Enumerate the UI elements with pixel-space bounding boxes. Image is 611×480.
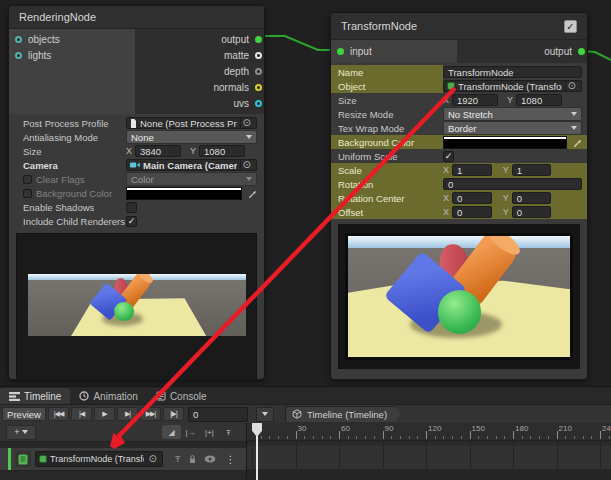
uniform-scale-row: Uniform Scale ✓ bbox=[331, 149, 587, 163]
chevron-down-icon bbox=[262, 412, 268, 416]
y-label: Y bbox=[503, 207, 509, 217]
port-normals[interactable]: normals bbox=[136, 79, 264, 95]
object-picker-icon[interactable]: ⊙ bbox=[240, 160, 253, 170]
preview-shapes bbox=[390, 236, 530, 357]
rotation-center-x-field[interactable]: 0 bbox=[452, 192, 492, 204]
track-header[interactable]: TransformNode (Transform ⊙ Ŧ ⋮ bbox=[0, 447, 246, 471]
camera-field[interactable]: Main Camera (Camera) ⊙ bbox=[126, 159, 257, 171]
port-uvs[interactable]: uvs bbox=[136, 95, 264, 111]
current-frame-field[interactable]: 0 bbox=[188, 407, 248, 422]
port-dot-input[interactable] bbox=[337, 48, 344, 55]
background-color-override-checkbox[interactable] bbox=[23, 189, 32, 198]
object-label: Object bbox=[331, 79, 443, 93]
markers-toggle[interactable]: Ŧ bbox=[219, 425, 238, 439]
eye-icon[interactable] bbox=[204, 455, 216, 463]
clear-flags-override-checkbox[interactable] bbox=[23, 175, 32, 184]
transform-node-enabled-checkbox[interactable]: ✓ bbox=[564, 20, 577, 33]
offset-x-field[interactable]: 0 bbox=[452, 206, 492, 218]
previous-frame-button[interactable]: |◀ bbox=[71, 407, 92, 421]
port-dot-output[interactable] bbox=[578, 48, 585, 55]
port-dot-lights[interactable] bbox=[15, 52, 22, 59]
track-binding-field[interactable]: TransformNode (Transform ⊙ bbox=[35, 451, 163, 467]
post-process-profile-label: Post Process Profile bbox=[9, 118, 126, 129]
enable-shadows-checkbox[interactable] bbox=[126, 202, 137, 213]
go-to-start-button[interactable]: |◀◀ bbox=[48, 407, 69, 421]
rendering-node-header[interactable]: RenderingNode bbox=[9, 6, 264, 29]
transform-node-header[interactable]: TransformNode ✓ bbox=[331, 13, 587, 40]
tab-timeline[interactable]: Timeline bbox=[0, 388, 70, 404]
transform-node[interactable]: TransformNode ✓ input output Name bbox=[330, 12, 588, 380]
next-frame-button[interactable]: ▶| bbox=[117, 407, 138, 421]
port-dot-matte[interactable] bbox=[255, 52, 262, 59]
port-depth[interactable]: depth bbox=[136, 63, 264, 79]
background-color-swatch[interactable] bbox=[443, 136, 567, 149]
ruler-minor-tick bbox=[504, 436, 505, 439]
frame-options-dropdown[interactable] bbox=[256, 407, 274, 422]
include-child-renderers-checkbox[interactable]: ✓ bbox=[126, 216, 137, 227]
tex-wrap-mode-label: Tex Wrap Mode bbox=[331, 121, 443, 135]
rotation-row: Rotation 0 bbox=[331, 177, 587, 191]
size-x-field[interactable]: 3840 bbox=[135, 145, 181, 157]
mix-mode-button[interactable]: |→ bbox=[181, 425, 200, 439]
object-picker-icon[interactable]: ⊙ bbox=[240, 118, 253, 128]
play-range-button[interactable]: [▶] bbox=[163, 407, 184, 421]
uniform-scale-checkbox[interactable]: ✓ bbox=[443, 151, 454, 162]
port-input[interactable]: input bbox=[331, 43, 457, 59]
track-menu-button[interactable]: ⋮ bbox=[226, 454, 236, 465]
curves-view-toggle[interactable]: ◢ bbox=[162, 425, 181, 439]
port-dot-depth[interactable] bbox=[255, 68, 262, 75]
ruler-minor-tick bbox=[496, 436, 497, 439]
preview-shapes bbox=[93, 274, 156, 336]
preview-toggle-button[interactable]: Preview bbox=[2, 407, 46, 421]
port-matte[interactable]: matte bbox=[136, 47, 264, 63]
ripple-mode-button[interactable]: |+| bbox=[200, 425, 219, 439]
port-dot-normals[interactable] bbox=[255, 84, 262, 91]
go-to-end-button[interactable]: ▶▶| bbox=[140, 407, 161, 421]
size-y-field[interactable]: 1080 bbox=[516, 94, 562, 106]
clear-flags-dropdown[interactable]: Color bbox=[126, 172, 257, 186]
track-pin-button[interactable]: Ŧ bbox=[175, 454, 181, 464]
antialiasing-dropdown[interactable]: None bbox=[126, 130, 257, 144]
rotation-field[interactable]: 0 bbox=[443, 178, 582, 190]
port-dot-uvs[interactable] bbox=[255, 100, 262, 107]
rotation-center-y-field[interactable]: 0 bbox=[512, 192, 552, 204]
tex-wrap-mode-dropdown[interactable]: Border bbox=[443, 121, 582, 135]
port-output[interactable]: output bbox=[459, 43, 587, 59]
play-button[interactable]: ▶ bbox=[94, 407, 115, 421]
timeline-lanes[interactable]: 306090120150180210240 bbox=[246, 423, 611, 480]
timeline-breadcrumb[interactable]: Timeline (Timeline) bbox=[285, 406, 402, 423]
port-dot-objects[interactable] bbox=[15, 36, 22, 43]
port-label-uvs: uvs bbox=[233, 98, 249, 109]
track-type-button[interactable] bbox=[15, 451, 31, 467]
add-track-button[interactable]: + bbox=[6, 425, 36, 440]
object-picker-icon[interactable]: ⊙ bbox=[147, 454, 159, 464]
offset-y-field[interactable]: 0 bbox=[512, 206, 552, 218]
object-picker-icon[interactable]: ⊙ bbox=[565, 81, 578, 91]
ruler-minor-tick bbox=[539, 436, 540, 439]
size-y-field[interactable]: 1080 bbox=[199, 145, 245, 157]
scale-x-field[interactable]: 1 bbox=[452, 164, 492, 176]
ruler-minor-tick bbox=[322, 436, 323, 439]
size-x-field[interactable]: 1920 bbox=[452, 94, 498, 106]
tab-console[interactable]: Console bbox=[147, 388, 216, 404]
scale-y-field[interactable]: 1 bbox=[512, 164, 552, 176]
lock-icon[interactable] bbox=[188, 454, 197, 464]
eyedropper-icon[interactable] bbox=[573, 138, 582, 147]
timeline-ruler[interactable]: 306090120150180210240 bbox=[247, 423, 611, 441]
background-color-swatch[interactable] bbox=[126, 187, 242, 200]
post-process-profile-field[interactable]: None (Post Process Profile) ⊙ bbox=[126, 117, 257, 129]
tab-animation[interactable]: Animation bbox=[70, 388, 146, 404]
resize-mode-value: No Stretch bbox=[448, 109, 571, 120]
port-lights[interactable]: lights bbox=[9, 47, 135, 63]
port-objects[interactable]: objects bbox=[9, 31, 135, 47]
port-dot-output[interactable] bbox=[255, 36, 262, 43]
object-field[interactable]: TransformNode (Transform Node ⊙ bbox=[443, 80, 582, 92]
eyedropper-icon[interactable] bbox=[248, 189, 257, 198]
resize-mode-dropdown[interactable]: No Stretch bbox=[443, 107, 582, 121]
port-output[interactable]: output bbox=[136, 31, 264, 47]
name-field[interactable]: TransformNode bbox=[443, 66, 582, 78]
rendering-node[interactable]: RenderingNode objects lights output bbox=[8, 5, 265, 380]
document-icon bbox=[130, 119, 137, 128]
transform-node-preview bbox=[338, 224, 580, 369]
track-binding-value: TransformNode (Transform bbox=[50, 454, 144, 464]
